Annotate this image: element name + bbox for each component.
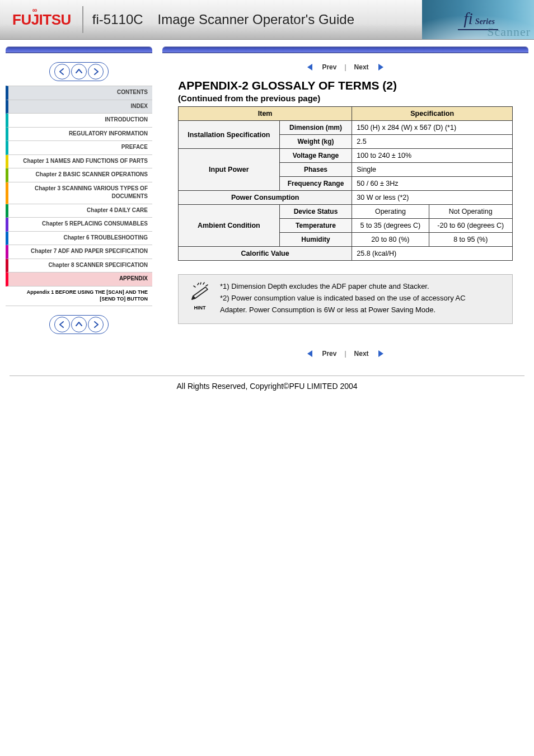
infinity-icon: ∞	[32, 6, 37, 14]
row-install-spec: Installation Specification	[179, 121, 280, 149]
sidebar-item[interactable]: Chapter 6 TROUBLESHOOTING	[6, 232, 152, 246]
row-voltage: Voltage Range	[279, 149, 352, 163]
val-op: Operating	[352, 205, 429, 219]
pager-prev-link[interactable]: Prev	[322, 63, 336, 71]
val-hum-op: 20 to 80 (%)	[352, 233, 429, 247]
row-input-power: Input Power	[179, 149, 280, 191]
sidebar-item[interactable]: Chapter 3 SCANNING VARIOUS TYPES OF DOCU…	[6, 182, 152, 204]
sidebar-item[interactable]: INDEX	[6, 100, 152, 114]
fujitsu-logo: FUJITSU ∞	[12, 11, 71, 29]
row-calorific: Calorific Value	[179, 247, 352, 261]
main-content: Prev | Next APPENDIX-2 GLOSSALY OF TERMS…	[162, 46, 528, 360]
val-notop: Not Operating	[429, 205, 512, 219]
svg-marker-0	[307, 64, 312, 71]
sidebar-topbar	[6, 46, 152, 53]
svg-marker-2	[307, 350, 312, 357]
section-subtitle: (Continued from the previous page)	[178, 93, 513, 103]
row-weight: Weight (kg)	[279, 135, 352, 149]
pager-prev-icon[interactable]	[306, 63, 314, 71]
row-power-cons: Power Consumption	[179, 191, 352, 205]
pager-next-link[interactable]: Next	[354, 63, 369, 71]
sidebar-nav-bottom	[6, 315, 152, 334]
val-temp-notop: -20 to 60 (degrees C)	[429, 219, 512, 233]
pager-sep: |	[344, 350, 346, 358]
nav-up-button[interactable]	[71, 64, 87, 79]
section-title: APPENDIX-2 GLOSSALY OF TERMS (2)	[178, 79, 513, 92]
spec-table: Item Specification Installation Specific…	[178, 106, 513, 261]
pager-prev-icon[interactable]	[306, 350, 314, 358]
nav-prev-button[interactable]	[54, 317, 70, 332]
vertical-divider	[82, 6, 83, 33]
nav-pill-group	[49, 62, 109, 81]
sidebar-item[interactable]: PREFACE	[6, 141, 152, 155]
hint-box: HINT *1) Dimension Depth excludes the AD…	[178, 274, 513, 324]
val-phases: Single	[352, 163, 513, 177]
val-calorific: 25.8 (kcal/H)	[352, 247, 513, 261]
row-humidity: Humidity	[279, 233, 352, 247]
th-spec: Specification	[352, 107, 513, 121]
note-2: *2) Power consumption value is indicated…	[220, 293, 466, 304]
sidebar-item[interactable]: Chapter 8 SCANNER SPECIFICATION	[6, 259, 152, 273]
hint-text: *1) Dimension Depth excludes the ADF pap…	[220, 281, 466, 317]
sidebar-item[interactable]: Chapter 1 NAMES AND FUNCTIONS OF PARTS	[6, 155, 152, 169]
hint-label: HINT	[188, 305, 212, 311]
sidebar-item[interactable]: APPENDIX	[6, 273, 152, 287]
nav-next-button[interactable]	[88, 64, 104, 79]
val-freq: 50 / 60 ± 3Hz	[352, 177, 513, 191]
row-ambient: Ambient Condition	[179, 205, 280, 247]
th-item: Item	[179, 107, 352, 121]
sidebar-item[interactable]: CONTENTS	[6, 86, 152, 100]
sidebar-item[interactable]: Chapter 5 REPLACING CONSUMABLES	[6, 218, 152, 232]
scanner-script: Scanner	[487, 25, 531, 39]
row-device-status: Device Status	[279, 205, 352, 219]
pager-next-icon[interactable]	[377, 350, 385, 358]
val-power-cons: 30 W or less (*2)	[352, 191, 513, 205]
svg-marker-1	[378, 64, 383, 71]
main-topbar	[162, 46, 528, 53]
pager-prev-link[interactable]: Prev	[322, 350, 336, 358]
pager-next-link[interactable]: Next	[354, 350, 369, 358]
sidebar-item[interactable]: INTRODUCTION	[6, 114, 152, 128]
pager-top: Prev | Next	[162, 63, 528, 71]
pager-sep: |	[344, 63, 346, 71]
val-weight: 2.5	[352, 135, 513, 149]
note-2b: Adapter. Power Consumption is 6W or less…	[220, 305, 466, 316]
svg-marker-3	[378, 350, 383, 357]
row-temperature: Temperature	[279, 219, 352, 233]
val-temp-op: 5 to 35 (degrees C)	[352, 219, 429, 233]
nav-up-button[interactable]	[71, 317, 87, 332]
row-dim: Dimension (mm)	[279, 121, 352, 135]
nav-next-button[interactable]	[88, 317, 104, 332]
sidebar-nav-top	[6, 62, 152, 81]
sidebar-list: CONTENTSINDEXINTRODUCTIONREGULATORY INFO…	[6, 86, 152, 306]
hint-icon: HINT	[188, 281, 212, 311]
pager-bottom: Prev | Next	[162, 350, 528, 358]
header: FUJITSU ∞ fi-5110C Image Scanner Operato…	[0, 0, 534, 40]
header-right-brand: fiSeries Scanner	[422, 0, 534, 39]
sidebar-item[interactable]: Chapter 4 DAILY CARE	[6, 204, 152, 218]
nav-prev-button[interactable]	[54, 64, 70, 79]
val-hum-notop: 8 to 95 (%)	[429, 233, 512, 247]
note-1: *1) Dimension Depth excludes the ADF pap…	[220, 281, 466, 292]
sidebar: CONTENTSINDEXINTRODUCTIONREGULATORY INFO…	[6, 46, 152, 339]
sidebar-item[interactable]: Chapter 7 ADF AND PAPER SPECIFICATION	[6, 245, 152, 259]
val-voltage: 100 to 240 ± 10%	[352, 149, 513, 163]
pager-next-icon[interactable]	[377, 63, 385, 71]
nav-pill-group-bottom	[49, 315, 109, 334]
guide-title: Image Scanner Operator's Guide	[158, 12, 354, 27]
sidebar-item[interactable]: REGULATORY INFORMATION	[6, 128, 152, 142]
sidebar-sub-item[interactable]: Appendix 1 BEFORE USING THE [SCAN] AND T…	[6, 287, 152, 306]
val-dim: 150 (H) x 284 (W) x 567 (D) (*1)	[352, 121, 513, 135]
sidebar-item[interactable]: Chapter 2 BASIC SCANNER OPERATIONS	[6, 168, 152, 182]
model-number: fi-5110C	[92, 12, 143, 27]
footer-copyright: All Rights Reserved, Copyright©PFU LIMIT…	[10, 375, 524, 391]
row-freq: Frequency Range	[279, 177, 352, 191]
row-phases: Phases	[279, 163, 352, 177]
